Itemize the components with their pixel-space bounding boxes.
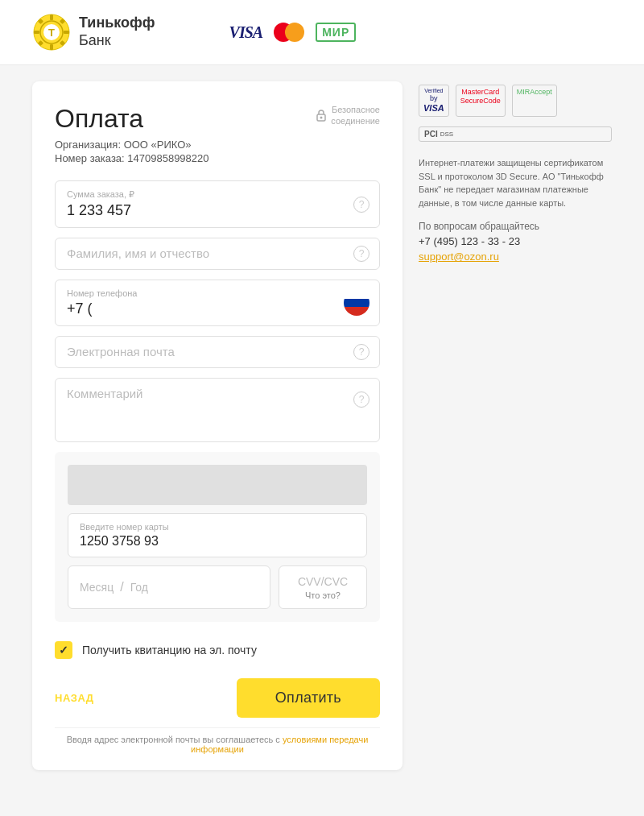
- amount-field[interactable]: Сумма заказа, ₽ 1 233 457 ?: [55, 180, 380, 228]
- main-content: Оплата Безопасное соединение Организация…: [0, 65, 644, 786]
- fullname-placeholder: Фамилия, имя и отчество: [67, 246, 209, 260]
- verified-visa-brand: VISA: [423, 103, 444, 114]
- order-info: Номер заказа: 14709858998220: [55, 152, 380, 164]
- card-number-label: Введите номер карты: [80, 522, 355, 532]
- footer-text: Вводя адрес электронной почты вы соглаша…: [67, 735, 283, 744]
- secure-text: Безопасное соединение: [331, 104, 380, 127]
- footer-note: Вводя адрес электронной почты вы соглаша…: [55, 727, 380, 754]
- card-number-field[interactable]: Введите номер карты 1250 3758 93: [68, 513, 367, 557]
- comment-field[interactable]: Комментарий ?: [55, 378, 380, 442]
- right-sidebar: Verified by VISA MasterCard SecureCode M…: [419, 81, 612, 770]
- email-placeholder: Электронная почта: [67, 345, 175, 358]
- russia-flag-icon[interactable]: [344, 290, 369, 316]
- card-number-value: 1250 3758 93: [80, 534, 159, 548]
- svg-text:Т: Т: [48, 27, 55, 39]
- pci-dss-label: DSS: [440, 130, 453, 138]
- mir-icon: МИР: [316, 23, 356, 42]
- bank-sub: Банк: [79, 32, 155, 50]
- cvv-field[interactable]: CVV/CVC Что это?: [279, 565, 367, 609]
- cvv-label: CVV/CVC: [298, 575, 348, 588]
- svg-rect-3: [50, 44, 53, 50]
- cvv-hint[interactable]: Что это?: [291, 590, 355, 600]
- receipt-checkbox[interactable]: ✓: [55, 641, 72, 659]
- amount-question-icon[interactable]: ?: [353, 197, 369, 213]
- pay-button[interactable]: Оплатить: [237, 678, 380, 718]
- checkmark-icon: ✓: [59, 644, 68, 657]
- bottom-row: НАЗАД Оплатить: [55, 669, 380, 724]
- mc-secure-label: MasterCard: [461, 88, 499, 97]
- header: Т Тинькофф Банк VISA МИР: [0, 0, 644, 65]
- phone-field[interactable]: Номер телефона +7 (: [55, 280, 380, 326]
- form-card: Оплата Безопасное соединение Организация…: [32, 81, 402, 770]
- svg-rect-4: [34, 31, 39, 34]
- svg-point-13: [320, 117, 323, 119]
- phone-value: +7 (: [67, 300, 93, 317]
- comment-question-icon[interactable]: ?: [353, 391, 369, 408]
- svg-rect-2: [50, 14, 53, 20]
- email-question-icon[interactable]: ?: [353, 344, 369, 360]
- contact-email[interactable]: support@ozon.ru: [419, 251, 499, 263]
- verified-visa-by: by: [430, 94, 438, 103]
- hidden-payment-tab: [68, 465, 367, 505]
- payment-icons: VISA МИР: [229, 23, 357, 42]
- verified-visa-top: Verified: [424, 88, 443, 94]
- fullname-field[interactable]: Фамилия, имя и отчество ?: [55, 238, 380, 270]
- phone-label: Номер телефона: [67, 288, 368, 298]
- org-info: Организация: ООО «РИКО»: [55, 139, 380, 151]
- expiry-field[interactable]: Месяц / Год: [68, 565, 270, 609]
- receipt-label: Получить квитанцию на эл. почту: [82, 644, 257, 657]
- pci-label: PCI: [424, 130, 438, 139]
- amount-label: Сумма заказа, ₽: [67, 189, 368, 200]
- lock-icon: [316, 109, 327, 122]
- bank-name: Тинькофф: [79, 14, 155, 32]
- contact-title: По вопросам обращайтесь: [419, 221, 612, 232]
- mir-accept-label: MIRAccept: [517, 88, 552, 97]
- mc-secure-code: SecureCode: [460, 97, 501, 106]
- month-placeholder: Месяц: [80, 581, 114, 594]
- verified-visa-badge: Verified by VISA: [419, 85, 449, 117]
- contact-phone: +7 (495) 123 - 33 - 23: [419, 235, 612, 247]
- page-wrapper: Т Тинькофф Банк VISA МИР Оплата: [0, 0, 644, 786]
- expiry-divider: /: [120, 580, 123, 594]
- card-expiry-row: Месяц / Год CVV/CVC Что это?: [68, 565, 367, 609]
- payment-section: Введите номер карты 1250 3758 93 Месяц /…: [55, 452, 380, 622]
- email-field[interactable]: Электронная почта ?: [55, 336, 380, 368]
- secure-badge: Безопасное соединение: [316, 104, 380, 127]
- logo-text: Тинькофф Банк: [79, 14, 155, 49]
- svg-rect-5: [64, 31, 69, 34]
- amount-value: 1 233 457: [67, 202, 131, 218]
- security-logos: Verified by VISA MasterCard SecureCode M…: [419, 85, 612, 117]
- mir-accept-badge: MIRAccept: [512, 85, 557, 117]
- logo-area: Т Тинькофф Банк: [32, 13, 155, 52]
- pci-badge: PCI DSS: [419, 126, 612, 142]
- fullname-question-icon[interactable]: ?: [353, 246, 369, 262]
- visa-icon: VISA: [229, 23, 263, 42]
- tinkoff-logo-icon: Т: [32, 13, 71, 52]
- year-placeholder: Год: [130, 581, 148, 594]
- title-row: Оплата Безопасное соединение: [55, 104, 380, 134]
- page-title: Оплата: [55, 104, 143, 134]
- comment-placeholder: Комментарий: [67, 387, 142, 400]
- receipt-checkbox-row[interactable]: ✓ Получить квитанцию на эл. почту: [55, 632, 380, 669]
- back-link[interactable]: НАЗАД: [55, 692, 94, 704]
- mastercard-icon: [274, 23, 304, 42]
- mastercard-secure-badge: MasterCard SecureCode: [456, 85, 506, 117]
- security-text: Интернет-платежи защищены сертификатом S…: [419, 156, 612, 209]
